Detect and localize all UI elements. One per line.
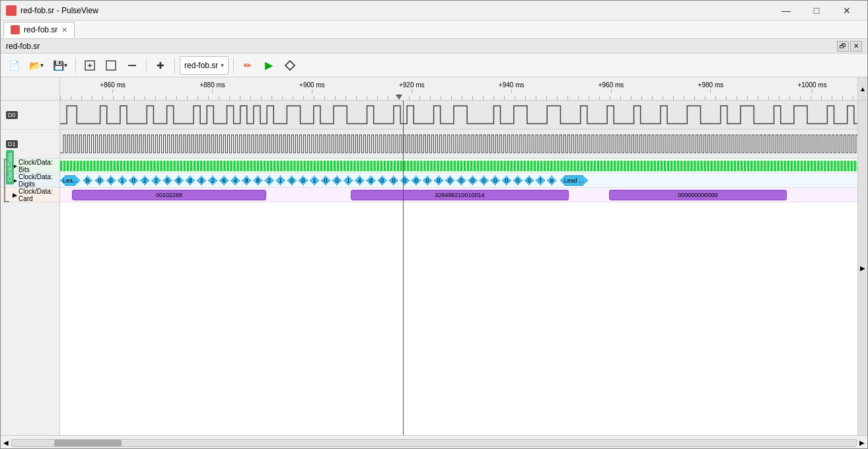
tab-close-button[interactable]: ✕	[61, 26, 67, 34]
digit-chip-36: 0	[479, 175, 489, 186]
scroll-right-button[interactable]: ▶	[859, 439, 865, 446]
svg-rect-140	[501, 161, 503, 171]
digit-chip-29: 0	[400, 175, 410, 186]
svg-rect-229	[797, 161, 799, 171]
svg-rect-102	[374, 161, 376, 171]
svg-rect-95	[350, 161, 352, 171]
svg-rect-198	[694, 161, 696, 171]
svg-rect-99	[364, 161, 366, 171]
svg-rect-236	[820, 161, 822, 171]
digit-chip-28: 0	[388, 175, 398, 186]
horizontal-scrollbar-thumb[interactable]	[54, 440, 122, 446]
svg-rect-45	[184, 161, 186, 171]
svg-rect-87	[324, 161, 326, 171]
svg-rect-111	[404, 161, 406, 171]
svg-rect-67	[257, 161, 259, 171]
zoom-out-button[interactable]	[123, 56, 141, 75]
svg-rect-82	[307, 161, 309, 171]
horizontal-scrollbar-track[interactable]	[11, 439, 857, 447]
digits-waveform-row: Lea...b00102268d326498210010014d00000000…	[60, 173, 867, 188]
svg-rect-115	[417, 161, 419, 171]
window-restore-button[interactable]: 🗗	[837, 41, 849, 52]
svg-rect-4	[128, 65, 136, 66]
svg-rect-212	[741, 161, 742, 171]
svg-rect-193	[677, 161, 679, 171]
svg-rect-11	[70, 161, 72, 171]
stop-button[interactable]	[281, 56, 299, 75]
svg-rect-85	[317, 161, 319, 171]
svg-rect-161	[571, 161, 573, 171]
svg-rect-112	[407, 161, 409, 171]
digit-chip-6: 2	[140, 175, 150, 186]
waveform-area: Lea...b00102268d326498210010014d00000000…	[60, 101, 867, 435]
svg-rect-162	[574, 161, 576, 171]
svg-rect-89	[330, 161, 332, 171]
maximize-button[interactable]: □	[801, 1, 832, 20]
close-button[interactable]: ✕	[832, 1, 862, 20]
svg-rect-126	[454, 161, 456, 171]
svg-rect-17	[90, 161, 92, 171]
minimize-button[interactable]: —	[771, 1, 801, 20]
card-expand-arrow[interactable]: ▶	[13, 192, 17, 198]
digit-chip-41: f	[536, 175, 546, 186]
svg-rect-50	[200, 161, 202, 171]
waveform-scroll-right-button[interactable]: ▶	[857, 101, 867, 435]
timeline-scroll-up-button[interactable]: ▲	[857, 77, 867, 100]
window-strip-title: red-fob.sr	[6, 42, 40, 51]
svg-rect-47	[190, 161, 192, 171]
svg-rect-75	[283, 161, 285, 171]
digit-chip-25: 4	[355, 175, 365, 186]
svg-rect-223	[778, 161, 779, 171]
pen-button[interactable]: ✏	[238, 56, 257, 75]
svg-rect-76	[287, 161, 289, 171]
file-tab[interactable]: red-fob.sr ✕	[3, 22, 75, 38]
tick-line	[312, 89, 312, 93]
svg-rect-182	[641, 161, 643, 171]
svg-rect-15	[83, 161, 85, 171]
svg-rect-167	[591, 161, 593, 171]
run-button[interactable]: ▶	[260, 56, 278, 75]
svg-rect-211	[737, 161, 739, 171]
window-title: red-fob.sr - PulseView	[20, 6, 98, 15]
signal-label-column: D0 D1 ▶ Clock/Data: Bits ▶ Clock/Data:	[1, 101, 60, 435]
svg-rect-78	[293, 161, 295, 171]
open-file-button[interactable]: 📂▾	[26, 56, 47, 75]
svg-rect-125	[451, 161, 452, 171]
window-close-button[interactable]: ✕	[850, 41, 862, 52]
file-selector-dropdown[interactable]: red-fob.sr ▾	[180, 56, 229, 75]
digit-chip-0: Lea...	[60, 175, 81, 186]
svg-rect-97	[357, 161, 359, 171]
cursor-button[interactable]: ✚	[151, 56, 170, 75]
card-waveform-row: 00102268326498210010014000000000000	[60, 188, 867, 202]
svg-rect-104	[380, 161, 382, 171]
svg-rect-54	[213, 161, 215, 171]
svg-rect-209	[731, 161, 733, 171]
svg-rect-49	[197, 161, 199, 171]
digit-chip-30: 0	[412, 175, 421, 186]
title-bar-left: red-fob.sr - PulseView	[6, 5, 98, 16]
svg-rect-10	[67, 161, 69, 171]
new-file-button[interactable]: 📄	[5, 56, 23, 75]
svg-rect-237	[824, 161, 826, 171]
scrollbar-area: ◀ ▶	[1, 435, 867, 449]
svg-rect-154	[547, 161, 549, 171]
svg-rect-105	[384, 161, 386, 171]
svg-rect-53	[210, 161, 212, 171]
svg-rect-35	[150, 161, 152, 171]
svg-rect-165	[584, 161, 586, 171]
svg-rect-146	[521, 161, 523, 171]
svg-rect-65	[250, 161, 252, 171]
svg-rect-199	[697, 161, 699, 171]
scroll-left-button[interactable]: ◀	[3, 439, 9, 446]
svg-rect-38	[160, 161, 162, 171]
tab-label: red-fob.sr	[24, 25, 57, 34]
svg-rect-214	[747, 161, 749, 171]
tick-line	[212, 89, 213, 93]
svg-rect-30	[133, 161, 135, 171]
zoom-to-fit-button[interactable]	[81, 56, 99, 75]
svg-rect-20	[100, 161, 102, 171]
d1-signal-path	[60, 135, 867, 153]
save-file-button[interactable]: 💾▾	[50, 56, 71, 75]
zoom-in-button[interactable]	[102, 56, 120, 75]
tick-880ms: +880 ms	[199, 81, 225, 93]
